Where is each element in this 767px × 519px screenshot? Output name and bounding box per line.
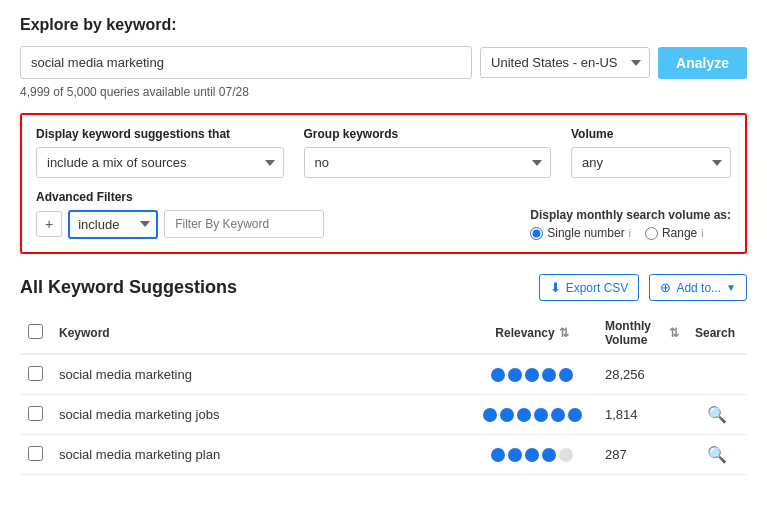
dot — [542, 448, 556, 462]
range-superscript: i — [701, 228, 703, 239]
row3-dots — [475, 448, 589, 462]
dot — [508, 368, 522, 382]
monthly-volume-label: Display monthly search volume as: — [530, 208, 731, 222]
row3-search-icon[interactable]: 🔍 — [707, 446, 727, 463]
country-select[interactable]: United States - en-US — [480, 47, 650, 78]
table-row: social media marketing 28,256 🔍 — [20, 354, 747, 395]
th-keyword: Keyword — [51, 313, 467, 354]
display-filter-select[interactable]: include a mix of sources include all sou… — [36, 147, 284, 178]
row1-search-cell: 🔍 — [687, 354, 747, 395]
single-number-superscript: i — [629, 228, 631, 239]
single-number-label: Single number — [547, 226, 624, 240]
row3-checkbox[interactable] — [28, 446, 43, 461]
analyze-button[interactable]: Analyze — [658, 47, 747, 79]
volume-filter-group: Volume any low medium high — [571, 127, 731, 178]
search-row: United States - en-US Analyze — [20, 46, 747, 79]
group-filter-group: Group keywords no yes — [304, 127, 552, 178]
range-label: Range — [662, 226, 697, 240]
row3-keyword-cell: social media marketing plan — [51, 435, 467, 475]
row3-check-cell — [20, 435, 51, 475]
display-filter-label: Display keyword suggestions that — [36, 127, 284, 141]
add-icon: ⊕ — [660, 280, 671, 295]
export-icon: ⬇ — [550, 280, 561, 295]
advanced-filters-section: Advanced Filters + include exclude Displ… — [36, 190, 731, 240]
monthly-volume-display: Display monthly search volume as: Single… — [530, 208, 731, 240]
dot — [568, 408, 582, 422]
row1-relevancy-cell — [467, 354, 597, 395]
th-search: Search — [687, 313, 747, 354]
row2-checkbox[interactable] — [28, 406, 43, 421]
row2-keyword-cell: social media marketing jobs — [51, 395, 467, 435]
add-to-button[interactable]: ⊕ Add to... ▼ — [649, 274, 747, 301]
export-csv-label: Export CSV — [566, 281, 629, 295]
keyword-table: Keyword Relevancy ⇅ Monthly Volume ⇅ Sea… — [20, 313, 747, 475]
dot — [491, 368, 505, 382]
th-search-label: Search — [695, 326, 735, 340]
advanced-filter-type-select[interactable]: include exclude — [68, 210, 158, 239]
action-buttons: ⬇ Export CSV ⊕ Add to... ▼ — [539, 274, 747, 301]
dot — [525, 368, 539, 382]
advanced-controls: + include exclude — [36, 210, 530, 239]
dot — [483, 408, 497, 422]
dot-empty — [559, 448, 573, 462]
add-to-chevron-icon: ▼ — [726, 282, 736, 293]
dot — [542, 368, 556, 382]
table-row: social media marketing plan 287 🔍 — [20, 435, 747, 475]
group-filter-label: Group keywords — [304, 127, 552, 141]
advanced-filters-label: Advanced Filters — [36, 190, 731, 204]
radio-row: Single number i Range i — [530, 226, 731, 240]
single-number-radio[interactable] — [530, 227, 543, 240]
th-keyword-label: Keyword — [59, 326, 110, 340]
export-csv-button[interactable]: ⬇ Export CSV — [539, 274, 640, 301]
filter-by-keyword-input[interactable] — [164, 210, 324, 238]
single-number-radio-label[interactable]: Single number i — [530, 226, 631, 240]
th-monthly-volume[interactable]: Monthly Volume ⇅ — [597, 313, 687, 354]
relevancy-sort-icon: ⇅ — [559, 326, 569, 340]
row2-dots — [475, 408, 589, 422]
select-all-checkbox[interactable] — [28, 324, 43, 339]
row3-relevancy-cell — [467, 435, 597, 475]
dot — [500, 408, 514, 422]
group-filter-select[interactable]: no yes — [304, 147, 552, 178]
range-radio-label[interactable]: Range i — [645, 226, 704, 240]
row2-check-cell — [20, 395, 51, 435]
filters-box: Display keyword suggestions that include… — [20, 113, 747, 254]
explore-title: Explore by keyword: — [20, 16, 747, 34]
row2-search-icon[interactable]: 🔍 — [707, 406, 727, 423]
row2-keyword: social media marketing jobs — [59, 407, 219, 422]
row2-relevancy-cell — [467, 395, 597, 435]
row3-volume-cell: 287 — [597, 435, 687, 475]
range-radio[interactable] — [645, 227, 658, 240]
row1-check-cell — [20, 354, 51, 395]
th-checkbox — [20, 313, 51, 354]
volume-filter-label: Volume — [571, 127, 731, 141]
row1-checkbox[interactable] — [28, 366, 43, 381]
row1-keyword: social media marketing — [59, 367, 192, 382]
volume-filter-select[interactable]: any low medium high — [571, 147, 731, 178]
queries-info: 4,999 of 5,000 queries available until 0… — [20, 85, 747, 99]
row3-search-cell: 🔍 — [687, 435, 747, 475]
suggestions-title: All Keyword Suggestions — [20, 277, 539, 298]
row1-dots — [475, 368, 589, 382]
row1-volume-cell: 28,256 — [597, 354, 687, 395]
dot — [525, 448, 539, 462]
dot — [491, 448, 505, 462]
th-volume-label: Monthly Volume — [605, 319, 665, 347]
volume-sort-icon: ⇅ — [669, 326, 679, 340]
row1-volume: 28,256 — [605, 367, 645, 382]
add-filter-button[interactable]: + — [36, 211, 62, 237]
row2-volume: 1,814 — [605, 407, 638, 422]
row2-volume-cell: 1,814 — [597, 395, 687, 435]
dot — [559, 368, 573, 382]
filters-top-row: Display keyword suggestions that include… — [36, 127, 731, 178]
th-relevancy[interactable]: Relevancy ⇅ — [467, 313, 597, 354]
row1-keyword-cell: social media marketing — [51, 354, 467, 395]
dot — [517, 408, 531, 422]
row3-volume: 287 — [605, 447, 627, 462]
dot — [551, 408, 565, 422]
row2-search-cell: 🔍 — [687, 395, 747, 435]
table-header-row: Keyword Relevancy ⇅ Monthly Volume ⇅ Sea… — [20, 313, 747, 354]
dot — [534, 408, 548, 422]
keyword-search-input[interactable] — [20, 46, 472, 79]
table-row: social media marketing jobs 1,814 — [20, 395, 747, 435]
